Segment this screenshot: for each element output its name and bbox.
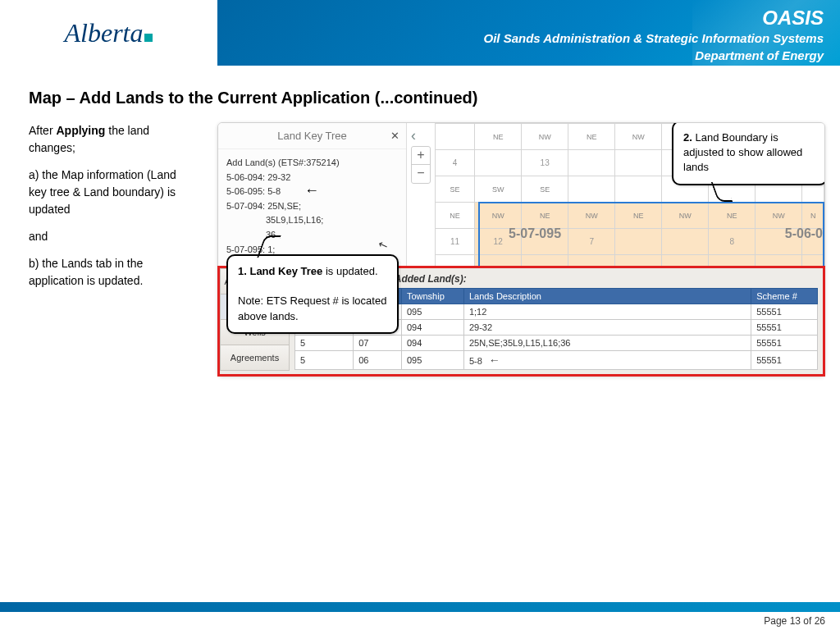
instructions-panel: After Applying the land changes; a) the …	[29, 122, 217, 377]
screenshot-area: Land Key Tree ✕ Add Land(s) (ETS#:375214…	[217, 122, 825, 377]
footer-bar	[0, 602, 840, 612]
col-lands-desc: Lands Description	[463, 289, 751, 304]
page-title: Map – Add Lands to the Current Applicati…	[0, 66, 840, 122]
tab-agreements[interactable]: Agreements	[220, 345, 290, 371]
item-b: b) the Lands tab in the application is u…	[29, 255, 193, 290]
banner: OASIS Oil Sands Administration & Strateg…	[217, 0, 840, 66]
banner-subtitle-1: Oil Sands Administration & Strategic Inf…	[217, 30, 824, 47]
close-icon[interactable]: ✕	[390, 130, 399, 142]
zoom-out-icon[interactable]: −	[412, 165, 430, 183]
tree-ets: Add Land(s) (ETS#:375214)	[226, 156, 398, 171]
section-label: 5-06-0	[785, 226, 823, 241]
tree-line: 35L9,L15,L16;	[226, 213, 398, 228]
callout-2: 2. Land Boundary is adjusted to show all…	[672, 122, 825, 185]
zoom-in-icon[interactable]: +	[412, 147, 430, 165]
tree-title: Land Key Tree	[277, 130, 347, 142]
zoom-control[interactable]: + −	[411, 146, 431, 184]
logo-area: Alberta	[0, 0, 217, 66]
and-text: and	[29, 228, 193, 245]
section-label: 5-07-095	[509, 226, 561, 241]
intro-text: After Applying the land changes;	[29, 122, 193, 157]
col-scheme: Scheme #	[751, 289, 818, 304]
tree-line: 36	[226, 228, 398, 243]
tree-line: 5-07-094: 25N,SE;	[226, 199, 398, 214]
chevron-left-icon[interactable]: ‹	[411, 127, 416, 144]
arrow-icon: ←	[304, 182, 319, 199]
tree-header: Land Key Tree ✕	[218, 123, 406, 149]
item-a: a) the Map information (Land key tree & …	[29, 167, 193, 218]
alberta-logo: Alberta	[65, 18, 153, 48]
page-footer: Page 13 of 26	[0, 599, 840, 630]
banner-subtitle-2: Department of Energy	[217, 47, 824, 64]
table-row: 50709425N,SE;35L9,L15,L16;3655551	[295, 336, 818, 351]
table-row: 5060955-8←55551	[295, 351, 818, 370]
page-number: Page 13 of 26	[764, 615, 825, 627]
callout-1: 1. Land Key Tree is updated. Note: ETS R…	[226, 254, 399, 334]
arrow-icon: ←	[489, 354, 500, 367]
content-area: After Applying the land changes; a) the …	[0, 122, 840, 377]
page-header: Alberta OASIS Oil Sands Administration &…	[0, 0, 840, 66]
banner-title: OASIS	[217, 7, 824, 30]
col-township: Township	[401, 289, 463, 304]
